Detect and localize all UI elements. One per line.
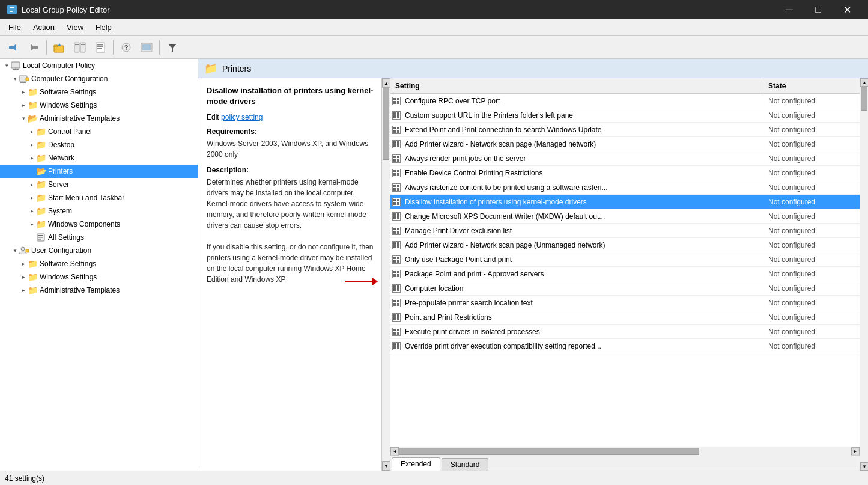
tree-label: Server bbox=[48, 180, 69, 189]
list-item[interactable]: Add Printer wizard - Network scan page (… bbox=[390, 137, 860, 151]
policy-icon bbox=[390, 123, 402, 137]
forward-button[interactable] bbox=[24, 38, 43, 56]
tree-item-windows-settings-uc[interactable]: 📁 Windows Settings bbox=[0, 270, 198, 284]
tab-extended[interactable]: Extended bbox=[392, 457, 440, 471]
tree-label: Network bbox=[48, 154, 74, 162]
hscroll-right-btn[interactable]: ► bbox=[851, 447, 860, 456]
tree-item-server[interactable]: 📁 Server bbox=[0, 178, 198, 191]
up-folder-button[interactable] bbox=[50, 38, 69, 56]
titlebar-left: Local Group Policy Editor bbox=[7, 5, 110, 14]
vscroll-thumb[interactable] bbox=[861, 87, 867, 111]
menu-file[interactable]: File bbox=[2, 20, 27, 34]
list-item[interactable]: Computer location Not configured bbox=[390, 281, 860, 296]
tree-item-user-configuration[interactable]: User Configuration bbox=[0, 244, 198, 257]
list-item[interactable]: Add Printer wizard - Network scan page (… bbox=[390, 238, 860, 252]
tree-item-network[interactable]: 📁 Network bbox=[0, 151, 198, 165]
tree-item-printers[interactable]: 📂 Printers bbox=[0, 165, 198, 178]
tab-standard[interactable]: Standard bbox=[442, 458, 489, 471]
vscroll-up-btn[interactable]: ▲ bbox=[860, 78, 868, 87]
tree-label: Administrative Templates bbox=[40, 114, 120, 123]
expand-arrow bbox=[11, 246, 19, 255]
svg-rect-26 bbox=[13, 69, 19, 70]
list-item[interactable]: Change Microsoft XPS Document Writer (MX… bbox=[390, 209, 860, 224]
view-button[interactable] bbox=[137, 38, 156, 56]
policy-icon bbox=[390, 94, 402, 108]
row-name: Computer location bbox=[402, 284, 763, 293]
tree-item-admin-templates-uc[interactable]: 📁 Administrative Templates bbox=[0, 284, 198, 297]
scrollbar-thumb[interactable] bbox=[383, 88, 389, 160]
tree-item-windows-settings-cc[interactable]: 📁 Windows Settings bbox=[0, 99, 198, 112]
menu-help[interactable]: Help bbox=[90, 20, 118, 34]
list-header: Setting State bbox=[390, 78, 860, 94]
expand-arrow bbox=[28, 233, 36, 242]
toolbar-separator-2 bbox=[113, 40, 114, 55]
list-item[interactable]: Override print driver execution compatib… bbox=[390, 339, 860, 353]
app-icon bbox=[7, 5, 17, 14]
filter-button[interactable] bbox=[163, 38, 182, 56]
tree-item-software-settings-uc[interactable]: 📁 Software Settings bbox=[0, 257, 198, 270]
help-button[interactable]: ? bbox=[117, 38, 136, 56]
tree-label: Administrative Templates bbox=[40, 286, 120, 294]
user-config-icon bbox=[19, 246, 29, 255]
tree-item-desktop[interactable]: 📁 Desktop bbox=[0, 138, 198, 151]
back-button[interactable] bbox=[4, 38, 23, 56]
menubar: File Action View Help bbox=[0, 19, 868, 36]
list-item[interactable]: Always rasterize content to be printed u… bbox=[390, 180, 860, 195]
tree-item-computer-configuration[interactable]: Computer Configuration bbox=[0, 72, 198, 85]
edit-policy-line: Edit policy setting bbox=[207, 113, 378, 121]
hscroll-left-btn[interactable]: ◄ bbox=[390, 447, 399, 456]
tree-label: Computer Configuration bbox=[31, 75, 108, 83]
titlebar-controls: ─ □ ✕ bbox=[775, 0, 861, 19]
edit-label: Edit bbox=[207, 113, 219, 121]
list-item[interactable]: Extend Point and Print connection to sea… bbox=[390, 123, 860, 137]
folder-icon: 📁 bbox=[36, 206, 46, 216]
list-item[interactable]: Enable Device Control Printing Restricti… bbox=[390, 166, 860, 180]
list-item[interactable]: Manage Print Driver exclusion list Not c… bbox=[390, 224, 860, 238]
row-state: Not configured bbox=[763, 183, 860, 192]
tree-item-system[interactable]: 📁 System bbox=[0, 204, 198, 218]
policy-setting-link[interactable]: policy setting bbox=[221, 113, 263, 121]
list-item[interactable]: Configure RPC over TCP port Not configur… bbox=[390, 94, 860, 108]
svg-rect-3 bbox=[10, 11, 13, 12]
col-state-header[interactable]: State bbox=[763, 78, 860, 93]
expand-arrow bbox=[19, 101, 28, 109]
scroll-up-btn[interactable]: ▲ bbox=[382, 78, 390, 88]
properties-button[interactable] bbox=[91, 38, 110, 56]
policy-icon bbox=[390, 296, 402, 310]
tree-item-all-settings[interactable]: All Settings bbox=[0, 231, 198, 244]
minimize-button[interactable]: ─ bbox=[775, 0, 803, 19]
tree-item-admin-templates[interactable]: 📂 Administrative Templates bbox=[0, 112, 198, 125]
tree-item-start-menu[interactable]: 📁 Start Menu and Taskbar bbox=[0, 191, 198, 204]
list-item[interactable]: Only use Package Point and print Not con… bbox=[390, 252, 860, 267]
description-label: Description: bbox=[207, 166, 378, 174]
scroll-down-btn[interactable]: ▼ bbox=[382, 461, 390, 471]
tree-item-software-settings-cc[interactable]: 📁 Software Settings bbox=[0, 85, 198, 99]
list-item[interactable]: Package Point and print - Approved serve… bbox=[390, 267, 860, 281]
tree-item-windows-components[interactable]: 📁 Windows Components bbox=[0, 218, 198, 231]
menu-action[interactable]: Action bbox=[27, 20, 61, 34]
close-button[interactable]: ✕ bbox=[833, 0, 861, 19]
statusbar: 41 setting(s) bbox=[0, 471, 868, 485]
maximize-button[interactable]: □ bbox=[804, 0, 832, 19]
list-item[interactable]: Point and Print Restrictions Not configu… bbox=[390, 310, 860, 325]
policy-icon bbox=[390, 267, 402, 281]
tree-label: Printers bbox=[48, 167, 73, 175]
tree-item-local-computer-policy[interactable]: Local Computer Policy bbox=[0, 59, 198, 72]
vscroll-down-btn[interactable]: ▼ bbox=[860, 462, 868, 471]
hscroll-thumb[interactable] bbox=[399, 448, 699, 455]
row-state: Not configured bbox=[763, 299, 860, 307]
menu-view[interactable]: View bbox=[61, 20, 90, 34]
row-name: Only use Package Point and print bbox=[402, 255, 763, 264]
col-setting-header[interactable]: Setting bbox=[390, 78, 763, 93]
list-item[interactable]: Always render print jobs on the server N… bbox=[390, 151, 860, 166]
tree-item-control-panel[interactable]: 📁 Control Panel bbox=[0, 125, 198, 138]
split-content: ▲ ▼ Disallow installation of printers us… bbox=[198, 78, 868, 471]
list-item-selected[interactable]: Disallow installation of printers using … bbox=[390, 195, 860, 209]
computer-policy-icon bbox=[11, 61, 20, 70]
show-hide-button[interactable] bbox=[70, 38, 90, 56]
list-item[interactable]: Execute print drivers in isolated proces… bbox=[390, 325, 860, 339]
svg-text:?: ? bbox=[124, 44, 129, 51]
list-item[interactable]: Custom support URL in the Printers folde… bbox=[390, 108, 860, 123]
list-item[interactable]: Pre-populate printer search location tex… bbox=[390, 296, 860, 310]
right-scrollbar: ▲ ▼ bbox=[860, 78, 868, 471]
